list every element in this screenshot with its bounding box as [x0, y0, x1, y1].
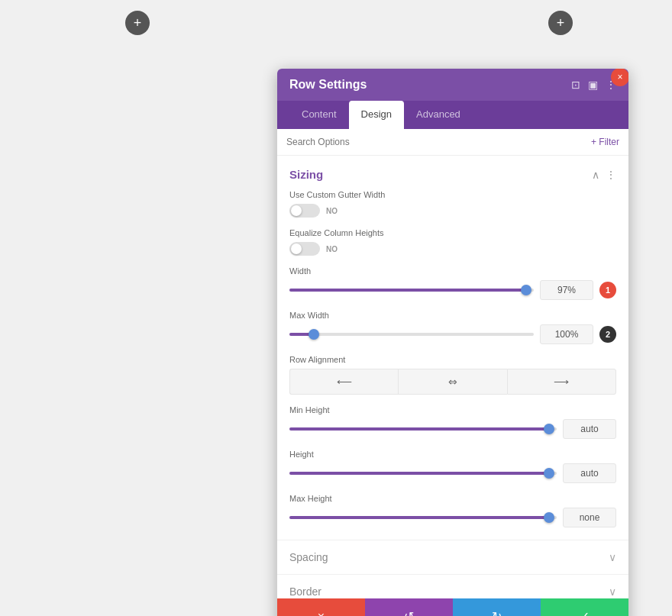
max-width-slider-row: 100% 2: [289, 324, 616, 344]
panel-header: Row Settings ⊡ ▣ ⋮: [277, 69, 628, 101]
equalize-columns-setting: Equalize Column Heights NO: [289, 228, 616, 256]
custom-gutter-label: Use Custom Gutter Width: [289, 190, 616, 199]
max-height-value[interactable]: none: [563, 508, 616, 527]
responsive-icon[interactable]: ⊡: [571, 79, 580, 91]
panel-body: Sizing ∧ ⋮ Use Custom Gutter Width NO E: [277, 156, 628, 598]
min-height-label: Min Height: [289, 405, 616, 414]
min-height-slider-track[interactable]: [289, 427, 557, 431]
add-section-left-button[interactable]: +: [125, 11, 150, 35]
equalize-columns-toggle-row: NO: [289, 242, 616, 256]
row-alignment-setting: Row Alignment ⟵ ⇔ ⟶: [289, 355, 616, 395]
tab-content[interactable]: Content: [289, 101, 349, 129]
tab-design[interactable]: Design: [349, 101, 404, 129]
alignment-group: ⟵ ⇔ ⟶: [289, 369, 616, 395]
custom-gutter-value: NO: [326, 207, 338, 215]
max-width-value[interactable]: 100%: [540, 324, 593, 344]
max-width-badge: 2: [599, 326, 616, 343]
align-center-button[interactable]: ⇔: [398, 369, 506, 395]
width-slider-thumb[interactable]: [521, 285, 531, 295]
max-height-slider-fill: [289, 516, 549, 519]
sizing-section: Sizing ∧ ⋮ Use Custom Gutter Width NO E: [277, 156, 628, 540]
spacing-section[interactable]: Spacing ∨: [277, 540, 628, 575]
plus-left-icon: +: [134, 15, 142, 31]
min-height-slider-row: auto: [289, 419, 616, 439]
sizing-section-header: Sizing ∧ ⋮: [289, 168, 616, 181]
height-setting: Height auto: [289, 450, 616, 483]
undo-button[interactable]: ↺: [365, 598, 453, 616]
tab-advanced[interactable]: Advanced: [404, 101, 473, 129]
close-button[interactable]: ×: [611, 69, 628, 86]
custom-gutter-toggle-row: NO: [289, 204, 616, 218]
sizing-title: Sizing: [289, 168, 323, 181]
min-height-slider-fill: [289, 427, 549, 431]
max-height-setting: Max Height none: [289, 494, 616, 527]
height-slider-track[interactable]: [289, 472, 557, 475]
width-slider-row: 97% 1: [289, 280, 616, 300]
max-height-slider-track[interactable]: [289, 516, 557, 519]
width-setting: Width 97% 1: [289, 266, 616, 300]
max-width-slider-thumb[interactable]: [309, 329, 319, 340]
align-left-button[interactable]: ⟵: [289, 369, 398, 395]
equalize-columns-toggle[interactable]: [289, 242, 320, 256]
height-slider-fill: [289, 472, 549, 475]
close-icon: ×: [617, 72, 622, 82]
width-slider-track[interactable]: [289, 289, 534, 292]
border-chevron-icon: ∨: [609, 585, 616, 598]
align-right-button[interactable]: ⟶: [507, 369, 616, 395]
save-icon: ✓: [580, 609, 590, 616]
section-more-icon[interactable]: ⋮: [606, 169, 616, 181]
height-slider-row: auto: [289, 463, 616, 483]
max-height-slider-thumb[interactable]: [544, 512, 554, 523]
filter-label: + Filter: [591, 137, 619, 147]
toggle-knob: [291, 205, 302, 216]
tabs-bar: Content Design Advanced: [277, 101, 628, 129]
spacing-title: Spacing: [289, 551, 328, 563]
undo-icon: ↺: [404, 609, 414, 616]
custom-gutter-toggle[interactable]: [289, 204, 320, 218]
redo-icon: ↻: [492, 609, 502, 616]
section-controls: ∧ ⋮: [592, 169, 616, 181]
width-slider-fill: [289, 289, 526, 292]
width-badge: 1: [599, 282, 616, 298]
width-label: Width: [289, 266, 616, 276]
save-button[interactable]: ✓: [541, 598, 628, 616]
max-width-slider-track[interactable]: [289, 333, 534, 336]
width-value[interactable]: 97%: [540, 280, 593, 300]
panel-title: Row Settings: [289, 78, 367, 92]
filter-button[interactable]: + Filter: [591, 137, 619, 147]
toggle-knob-2: [291, 243, 302, 254]
search-bar: + Filter: [277, 129, 628, 156]
max-height-slider-row: none: [289, 508, 616, 527]
search-input[interactable]: [286, 137, 591, 147]
cancel-button[interactable]: ×: [277, 598, 365, 616]
custom-gutter-setting: Use Custom Gutter Width NO: [289, 190, 616, 218]
max-width-label: Max Width: [289, 311, 616, 320]
add-section-right-button[interactable]: +: [548, 11, 573, 35]
min-height-slider-thumb[interactable]: [544, 424, 554, 434]
height-value[interactable]: auto: [563, 463, 616, 483]
min-height-value[interactable]: auto: [563, 419, 616, 439]
equalize-columns-label: Equalize Column Heights: [289, 228, 616, 237]
height-label: Height: [289, 450, 616, 459]
collapse-icon[interactable]: ∧: [592, 169, 599, 181]
spacing-chevron-icon: ∨: [609, 551, 616, 563]
redo-button[interactable]: ↻: [453, 598, 541, 616]
cancel-icon: ×: [318, 610, 325, 617]
header-icons: ⊡ ▣ ⋮: [571, 79, 616, 91]
max-width-setting: Max Width 100% 2: [289, 311, 616, 344]
border-title: Border: [289, 585, 321, 598]
split-view-icon[interactable]: ▣: [588, 79, 598, 91]
row-settings-panel: × Row Settings ⊡ ▣ ⋮ Content Design Adva…: [277, 69, 628, 616]
border-section[interactable]: Border ∨: [277, 575, 628, 598]
min-height-setting: Min Height auto: [289, 405, 616, 439]
row-alignment-label: Row Alignment: [289, 355, 616, 364]
equalize-columns-value: NO: [326, 245, 338, 253]
height-slider-thumb[interactable]: [544, 468, 554, 479]
max-height-label: Max Height: [289, 494, 616, 503]
panel-footer: × ↺ ↻ ✓: [277, 598, 628, 616]
plus-right-icon: +: [557, 15, 565, 31]
